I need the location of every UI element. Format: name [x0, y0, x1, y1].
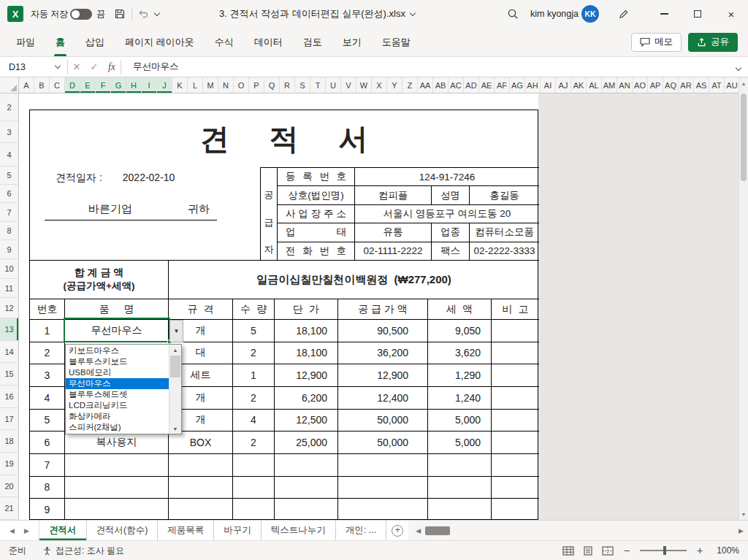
- column-header-AH[interactable]: AH: [525, 77, 541, 93]
- column-header-AS[interactable]: AS: [694, 77, 709, 93]
- column-header-AC[interactable]: AC: [449, 77, 464, 93]
- supplier-biztype-label[interactable]: 업 태: [278, 223, 354, 241]
- item-cell-supply[interactable]: [338, 498, 428, 520]
- items-header-6[interactable]: 세 액: [428, 299, 492, 319]
- item-cell-name[interactable]: [65, 498, 169, 520]
- tab-scroll-right-icon[interactable]: ▶: [24, 527, 29, 534]
- item-cell-tax[interactable]: [428, 453, 492, 476]
- column-header-T[interactable]: T: [310, 77, 326, 93]
- ribbon-tab-검토[interactable]: 검토: [293, 28, 332, 56]
- row-header-9[interactable]: 9: [0, 240, 18, 259]
- column-header-C[interactable]: C: [50, 77, 65, 93]
- item-cell-price[interactable]: 18,100: [275, 342, 338, 364]
- column-header-K[interactable]: K: [172, 77, 188, 93]
- column-header-AI[interactable]: AI: [541, 77, 556, 93]
- column-header-I[interactable]: I: [142, 77, 157, 93]
- column-header-AG[interactable]: AG: [510, 77, 525, 93]
- column-header-AK[interactable]: AK: [571, 77, 587, 93]
- cancel-entry-icon[interactable]: ✕: [68, 61, 85, 72]
- page-layout-view-icon[interactable]: [582, 546, 594, 556]
- item-cell-tax[interactable]: 5,000: [428, 409, 492, 431]
- item-cell-price[interactable]: 25,000: [275, 431, 338, 453]
- normal-view-icon[interactable]: [562, 546, 574, 556]
- item-cell-note[interactable]: [492, 476, 539, 499]
- items-header-2[interactable]: 규 격: [169, 299, 233, 319]
- column-header-V[interactable]: V: [341, 77, 356, 93]
- supplier-phone-value[interactable]: 02-1111-2222: [354, 242, 431, 260]
- save-icon[interactable]: [114, 0, 126, 28]
- item-cell-price[interactable]: 6,200: [275, 386, 338, 409]
- dropdown-item[interactable]: 블루투스키보드: [66, 356, 169, 367]
- item-cell-no[interactable]: 1: [30, 319, 65, 342]
- item-cell-no[interactable]: 7: [30, 453, 65, 476]
- supplier-company-label[interactable]: 상호(법인명): [278, 186, 354, 204]
- ribbon-tab-데이터[interactable]: 데이터: [244, 28, 293, 56]
- column-header-AL[interactable]: AL: [587, 77, 602, 93]
- row-header-4[interactable]: 4: [0, 143, 18, 166]
- row-header-15[interactable]: 15: [0, 363, 18, 386]
- minimize-button[interactable]: [647, 0, 681, 28]
- sheet-tab-견적서(함수)[interactable]: 견적서(함수): [87, 521, 159, 540]
- close-button[interactable]: ×: [714, 0, 748, 28]
- customer-name[interactable]: 바른기업: [88, 202, 132, 216]
- item-cell-tax[interactable]: 1,240: [428, 386, 492, 409]
- row-header-18[interactable]: 18: [0, 430, 18, 453]
- supplier-ceo-label[interactable]: 성명: [431, 186, 469, 204]
- supplier-bizitem-value[interactable]: 컴퓨터소모품: [469, 223, 539, 241]
- supplier-reg-label[interactable]: 등 록 번 호: [278, 168, 354, 185]
- row-header-13[interactable]: 13: [0, 318, 18, 341]
- ribbon-tab-보기[interactable]: 보기: [332, 28, 372, 56]
- item-cell-note[interactable]: [492, 364, 539, 386]
- scroll-up-icon[interactable]: ▲: [739, 77, 748, 89]
- row-header-21[interactable]: 21: [0, 497, 18, 520]
- column-header-AA[interactable]: AA: [418, 77, 433, 93]
- formula-input[interactable]: 무선마우스: [133, 61, 179, 73]
- supplier-biztype-value[interactable]: 유통: [354, 223, 431, 241]
- item-cell-supply[interactable]: 50,000: [338, 431, 428, 453]
- column-header-AN[interactable]: AN: [617, 77, 633, 93]
- select-all-corner[interactable]: [0, 77, 19, 93]
- column-header-O[interactable]: O: [234, 77, 249, 93]
- item-cell-qty[interactable]: 2: [233, 386, 275, 409]
- sheet-tab-개인: ...[interactable]: 개인: ...: [336, 521, 386, 540]
- item-cell-qty[interactable]: 2: [233, 342, 275, 364]
- column-header-AB[interactable]: AB: [433, 77, 449, 93]
- item-cell-note[interactable]: [492, 498, 539, 520]
- ribbon-tab-페이지 레이아웃[interactable]: 페이지 레이아웃: [115, 28, 205, 56]
- horizontal-scrollbar[interactable]: ◀ ▶: [408, 521, 748, 540]
- supplier-address-value[interactable]: 서울시 영등포구 여의도동 20: [354, 205, 539, 223]
- supplier-bizitem-label[interactable]: 업종: [431, 223, 469, 241]
- item-cell-note[interactable]: [492, 342, 539, 364]
- item-cell-qty[interactable]: 5: [233, 319, 275, 342]
- column-header-W[interactable]: W: [356, 77, 372, 93]
- dropdown-scroll-down-icon[interactable]: ▼: [169, 423, 181, 434]
- dropdown-item[interactable]: USB메모리: [66, 367, 169, 378]
- formula-bar-expand-icon[interactable]: [736, 62, 741, 72]
- items-header-7[interactable]: 비 고: [492, 299, 539, 319]
- ribbon-tab-수식[interactable]: 수식: [205, 28, 244, 56]
- column-header-AU[interactable]: AU: [725, 77, 739, 93]
- column-header-N[interactable]: N: [218, 77, 234, 93]
- item-cell-supply[interactable]: 36,200: [338, 342, 428, 364]
- column-header-Z[interactable]: Z: [402, 77, 418, 93]
- column-header-AP[interactable]: AP: [648, 77, 663, 93]
- column-header-U[interactable]: U: [326, 77, 341, 93]
- item-cell-qty[interactable]: [233, 453, 275, 476]
- dropdown-item[interactable]: 스피커(2채널): [66, 422, 169, 433]
- column-header-Y[interactable]: Y: [387, 77, 402, 93]
- item-cell-price[interactable]: [275, 476, 338, 499]
- zoom-slider-thumb[interactable]: [663, 546, 666, 555]
- name-box[interactable]: D13: [0, 57, 67, 77]
- accessibility-status[interactable]: 접근성: 조사 필요: [42, 545, 124, 557]
- dropdown-scrollbar[interactable]: ▲ ▼: [169, 345, 181, 434]
- confirm-entry-icon[interactable]: ✓: [85, 61, 103, 72]
- undo-icon[interactable]: [137, 0, 149, 28]
- item-cell-supply[interactable]: 12,900: [338, 364, 428, 386]
- column-header-AD[interactable]: AD: [464, 77, 479, 93]
- hscroll-right-icon[interactable]: ▶: [739, 527, 744, 534]
- customer-line[interactable]: 바른기업 귀하: [45, 202, 217, 220]
- column-header-D[interactable]: D: [65, 77, 80, 93]
- quote-date-value[interactable]: 2022-02-10: [123, 172, 175, 185]
- item-cell-no[interactable]: 9: [30, 498, 65, 520]
- item-cell-note[interactable]: [492, 431, 539, 453]
